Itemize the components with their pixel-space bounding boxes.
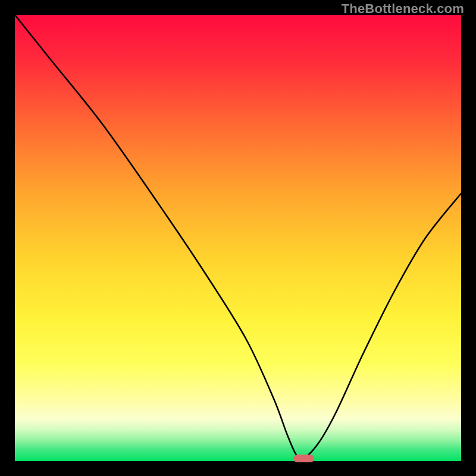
optimal-marker [294,455,314,462]
plot-gradient [15,15,461,461]
baseline [15,459,461,461]
watermark-text: TheBottleneck.com [342,1,464,17]
chart-svg [0,0,476,476]
chart-stage: TheBottleneck.com [0,0,476,476]
